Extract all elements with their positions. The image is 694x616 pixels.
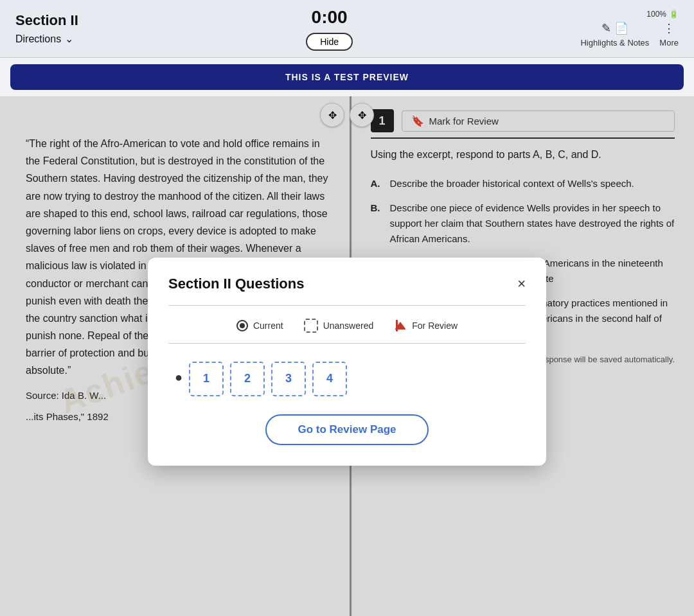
section-title: Section II [15, 12, 78, 29]
go-to-review-button[interactable]: Go to Review Page [265, 414, 428, 445]
svg-rect-0 [396, 320, 398, 331]
question-box-4[interactable]: 4 [312, 362, 347, 396]
modal-title: Section II Questions [168, 276, 304, 292]
header-left: Section II Directions ⌄ [15, 12, 78, 45]
pin-icon: ● [175, 370, 182, 385]
unanswered-icon [304, 319, 318, 333]
header: Section II Directions ⌄ 0:00 Hide 100% 🔋… [0, 0, 694, 58]
content-area: ✥ ✥ Achievements “The right of the Afro-… [0, 96, 694, 616]
timer-display: 0:00 [312, 7, 348, 28]
pencil-icon: ✎ 📄 [601, 21, 628, 35]
modal-overlay: Section II Questions × Current Unanswere… [0, 96, 694, 616]
q-box-2-wrapper: 2 [230, 362, 265, 396]
current-position-indicator: ● [175, 370, 182, 387]
modal-close-button[interactable]: × [517, 276, 526, 292]
section-questions-modal: Section II Questions × Current Unanswere… [148, 258, 546, 466]
header-center: 0:00 Hide [306, 7, 353, 51]
test-preview-banner: THIS IS A TEST PREVIEW [10, 64, 684, 90]
q-box-3-wrapper: 3 [271, 362, 306, 396]
battery-pct: 100% [646, 10, 666, 19]
review-flag-icon [394, 319, 407, 332]
more-label: More [659, 38, 679, 48]
header-tools: ✎ 📄 Highlights & Notes ⋮ More [580, 21, 679, 48]
q-box-1-wrapper: 1 [189, 362, 224, 396]
ellipsis-icon: ⋮ [663, 21, 675, 35]
battery-icon: 🔋 [669, 10, 679, 19]
review-btn-wrap: Go to Review Page [168, 414, 526, 445]
legend-review-label: For Review [412, 321, 458, 331]
directions-button[interactable]: Directions ⌄ [15, 33, 78, 45]
legend-review: For Review [394, 319, 458, 333]
legend-unanswered-label: Unanswered [323, 321, 374, 331]
current-icon [236, 320, 248, 331]
modal-divider [168, 305, 526, 306]
directions-label: Directions [15, 33, 61, 45]
highlights-notes-button[interactable]: ✎ 📄 Highlights & Notes [580, 21, 649, 48]
battery-info: 100% 🔋 [646, 10, 679, 19]
modal-header: Section II Questions × [168, 276, 526, 292]
header-right: 100% 🔋 ✎ 📄 Highlights & Notes ⋮ More [580, 10, 679, 48]
question-box-3[interactable]: 3 [271, 362, 306, 396]
legend: Current Unanswered For Review [168, 319, 526, 344]
legend-unanswered: Unanswered [304, 319, 374, 333]
chevron-down-icon: ⌄ [65, 33, 73, 45]
legend-current: Current [236, 319, 283, 333]
more-button[interactable]: ⋮ More [659, 21, 679, 48]
highlights-notes-label: Highlights & Notes [580, 38, 649, 48]
legend-current-label: Current [253, 321, 283, 331]
question-grid: ● 1 2 3 4 [168, 362, 526, 396]
question-box-2[interactable]: 2 [230, 362, 265, 396]
hide-button[interactable]: Hide [306, 33, 353, 51]
q-box-4-wrapper: 4 [312, 362, 347, 396]
question-box-1[interactable]: 1 [189, 362, 224, 396]
